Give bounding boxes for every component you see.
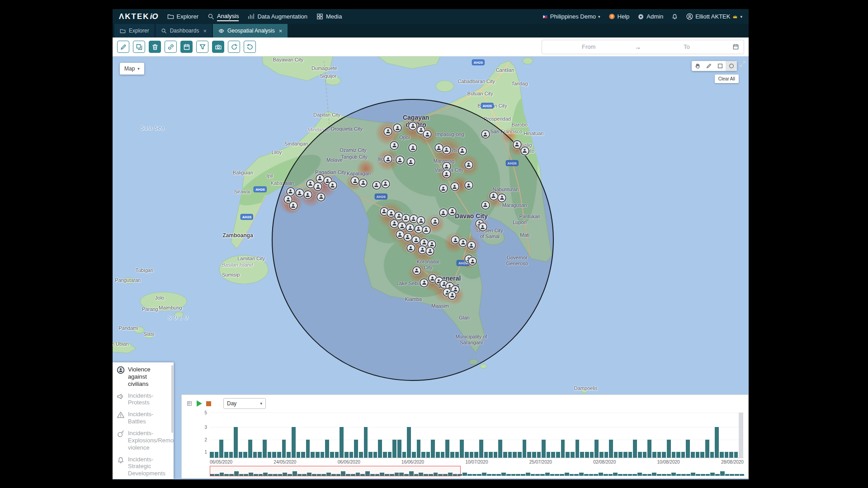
incident-marker[interactable] [416, 216, 425, 225]
user-menu[interactable]: Elliott AKTEK▾ [686, 12, 742, 21]
incident-marker[interactable] [430, 217, 439, 226]
workspace-selector[interactable]: Philippines Demo▾ [542, 12, 600, 21]
fullscreen-button[interactable] [738, 59, 747, 68]
incident-marker[interactable] [448, 207, 457, 216]
help-button[interactable]: ?Help [609, 12, 630, 21]
draw-circle-tool[interactable] [726, 61, 737, 71]
incident-marker[interactable] [316, 192, 326, 202]
incident-marker[interactable] [397, 221, 406, 230]
legend-scrollbar[interactable] [171, 365, 173, 433]
overview-bar [676, 474, 681, 476]
incident-marker[interactable] [464, 181, 473, 190]
incident-marker[interactable] [450, 182, 459, 191]
incident-marker[interactable] [442, 145, 451, 155]
incident-marker[interactable] [390, 141, 399, 150]
date-to-input[interactable] [645, 43, 729, 50]
duplicate-button[interactable] [133, 41, 145, 53]
legend-item-violence-against-civilians[interactable]: Violence against civilians [117, 366, 169, 388]
overview-bar [496, 474, 501, 476]
close-icon[interactable]: × [203, 28, 207, 34]
incident-marker[interactable] [422, 225, 431, 235]
incident-marker[interactable] [481, 201, 490, 210]
brand-logo[interactable]: ΛKTEKiO [119, 12, 158, 21]
incident-marker[interactable] [408, 143, 417, 152]
timeline-brush[interactable] [210, 466, 461, 476]
play-button[interactable] [197, 400, 202, 407]
incident-marker[interactable] [439, 208, 448, 217]
tab-geospatial-analysis[interactable]: Geospatial Analysis× [213, 24, 288, 38]
incident-marker[interactable] [489, 192, 498, 201]
incident-marker[interactable] [303, 190, 312, 199]
tab-dashboards[interactable]: Dashboards× [156, 24, 212, 38]
incident-marker[interactable] [458, 238, 467, 247]
timeline-settings-icon[interactable] [186, 400, 193, 407]
date-from-input[interactable] [547, 43, 631, 50]
incident-marker[interactable] [520, 146, 529, 155]
nav-item-data-augmentation[interactable]: Data Augmentation [248, 9, 307, 24]
draw-rectangle-tool[interactable] [714, 61, 726, 71]
timeline-bar [566, 452, 570, 458]
incident-marker[interactable] [403, 233, 412, 242]
incident-marker[interactable] [467, 241, 476, 250]
incident-marker[interactable] [497, 193, 506, 202]
stop-button[interactable] [206, 401, 211, 406]
tab-explorer[interactable]: Explorer [114, 24, 155, 38]
notifications-button[interactable] [671, 13, 678, 20]
incident-marker[interactable] [412, 266, 421, 275]
delete-button[interactable] [149, 41, 161, 53]
overview-bar [667, 474, 671, 476]
legend-item-explosions[interactable]: Incidents-Explosions/Remote violence [117, 430, 169, 451]
reload-button[interactable] [244, 41, 256, 53]
incident-marker[interactable] [383, 155, 392, 164]
incident-marker[interactable] [396, 155, 405, 164]
timeline-bar [234, 427, 238, 458]
edit-button[interactable] [117, 41, 129, 53]
incident-marker[interactable] [406, 157, 415, 166]
incident-marker[interactable] [408, 122, 417, 131]
incident-marker[interactable] [313, 182, 322, 191]
incident-marker[interactable] [381, 179, 390, 188]
incident-marker[interactable] [425, 247, 434, 256]
incident-marker[interactable] [464, 160, 473, 169]
incident-marker[interactable] [481, 130, 490, 139]
nav-item-analysis[interactable]: Analysis [208, 9, 239, 24]
link-button[interactable] [165, 41, 177, 53]
incident-marker[interactable] [478, 222, 487, 231]
incident-marker[interactable] [393, 123, 402, 132]
incident-marker[interactable] [423, 130, 432, 139]
incident-marker[interactable] [439, 184, 448, 193]
incident-marker[interactable] [372, 181, 381, 190]
incident-marker[interactable] [442, 169, 451, 178]
incident-marker[interactable] [383, 127, 392, 136]
incident-marker[interactable] [448, 291, 457, 300]
calendar-icon[interactable] [732, 43, 739, 50]
incident-marker[interactable] [406, 244, 415, 253]
interval-select[interactable]: Day▾ [223, 398, 266, 409]
incident-marker[interactable] [359, 178, 368, 188]
calendar-button[interactable] [180, 41, 193, 53]
incident-marker[interactable] [458, 146, 467, 155]
pan-hand-tool[interactable] [692, 61, 703, 71]
legend-item-battles[interactable]: Incidents-Battles [117, 411, 169, 425]
legend-item-strategic-developments[interactable]: Incidents-Strategic Developments [117, 456, 169, 478]
incident-marker[interactable] [513, 140, 522, 149]
close-icon[interactable]: × [279, 28, 283, 34]
map-type-button[interactable]: Map▾ [120, 63, 144, 75]
refresh-button[interactable] [228, 41, 240, 53]
incident-marker[interactable] [406, 223, 415, 232]
nav-item-explorer[interactable]: Explorer [167, 9, 198, 24]
incident-marker[interactable] [289, 201, 298, 210]
filter-button[interactable] [196, 41, 208, 53]
clear-all-button[interactable]: Clear All [715, 75, 739, 83]
incident-marker[interactable] [468, 257, 477, 266]
incident-marker[interactable] [420, 278, 429, 287]
nav-item-media[interactable]: Media [316, 9, 342, 24]
snapshot-button[interactable] [212, 41, 224, 53]
incident-marker[interactable] [295, 188, 304, 197]
incident-marker[interactable] [350, 176, 359, 185]
draw-polygon-tool[interactable] [703, 61, 714, 71]
legend-item-protests[interactable]: Incidents-Protests [117, 392, 169, 407]
incident-marker[interactable] [411, 235, 420, 244]
incident-marker[interactable] [328, 181, 337, 190]
admin-button[interactable]: Admin [637, 12, 663, 21]
